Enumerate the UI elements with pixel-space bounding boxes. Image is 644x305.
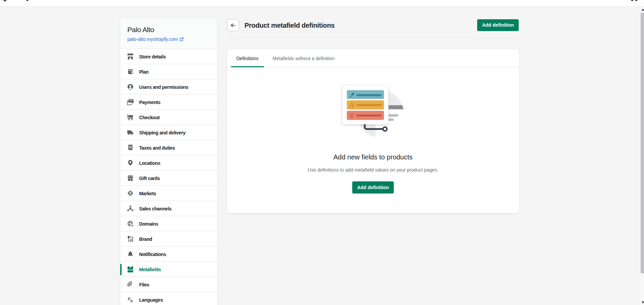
- svg-text:A: A: [130, 299, 133, 303]
- svg-text:A: A: [349, 101, 355, 109]
- svg-text:#: #: [350, 112, 354, 119]
